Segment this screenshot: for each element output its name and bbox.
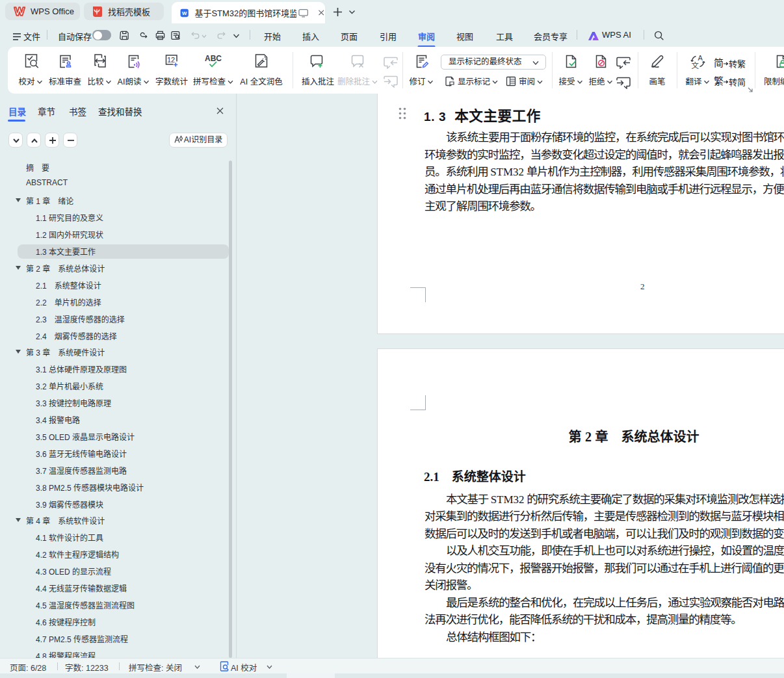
svg-text:ABC: ABC <box>205 54 222 63</box>
svg-text:12: 12 <box>167 56 175 64</box>
svg-text:文: 文 <box>692 61 699 70</box>
svg-text:A: A <box>698 54 703 62</box>
svg-text:W: W <box>182 10 187 16</box>
